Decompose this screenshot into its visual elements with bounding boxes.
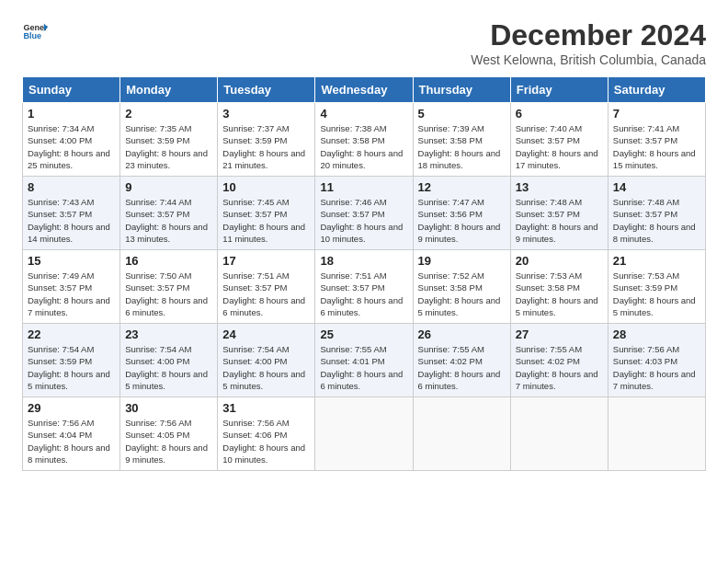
day-info: Sunrise: 7:48 AM Sunset: 3:57 PM Dayligh…	[516, 196, 603, 245]
header-day-thursday: Thursday	[413, 77, 510, 103]
day-number: 23	[125, 327, 212, 341]
calendar-header: SundayMondayTuesdayWednesdayThursdayFrid…	[23, 77, 706, 103]
day-info: Sunrise: 7:55 AM Sunset: 4:01 PM Dayligh…	[320, 343, 407, 392]
calendar-cell: 29 Sunrise: 7:56 AM Sunset: 4:04 PM Dayl…	[23, 397, 120, 471]
calendar-cell: 10 Sunrise: 7:45 AM Sunset: 3:57 PM Dayl…	[218, 177, 315, 250]
day-info: Sunrise: 7:51 AM Sunset: 3:57 PM Dayligh…	[222, 270, 310, 318]
day-number: 4	[320, 107, 407, 121]
day-number: 13	[516, 180, 603, 194]
calendar-cell: 24 Sunrise: 7:54 AM Sunset: 4:00 PM Dayl…	[218, 324, 315, 397]
day-info: Sunrise: 7:53 AM Sunset: 3:59 PM Dayligh…	[613, 270, 700, 318]
day-info: Sunrise: 7:50 AM Sunset: 3:57 PM Dayligh…	[125, 270, 212, 318]
calendar-cell: 25 Sunrise: 7:55 AM Sunset: 4:01 PM Dayl…	[315, 324, 413, 397]
day-info: Sunrise: 7:54 AM Sunset: 4:00 PM Dayligh…	[222, 343, 310, 392]
calendar-cell: 19 Sunrise: 7:52 AM Sunset: 3:58 PM Dayl…	[413, 250, 510, 324]
week-row-3: 15 Sunrise: 7:49 AM Sunset: 3:57 PM Dayl…	[23, 250, 706, 324]
day-number: 11	[320, 180, 407, 194]
calendar-cell: 27 Sunrise: 7:55 AM Sunset: 4:02 PM Dayl…	[510, 324, 608, 397]
day-number: 30	[125, 401, 212, 415]
calendar-cell	[608, 397, 705, 471]
calendar-cell	[413, 397, 510, 471]
calendar-cell: 12 Sunrise: 7:47 AM Sunset: 3:56 PM Dayl…	[413, 177, 510, 250]
logo-icon: General Blue	[22, 18, 48, 44]
day-info: Sunrise: 7:56 AM Sunset: 4:03 PM Dayligh…	[613, 343, 700, 392]
day-info: Sunrise: 7:44 AM Sunset: 3:57 PM Dayligh…	[125, 196, 212, 245]
calendar-body: 1 Sunrise: 7:34 AM Sunset: 4:00 PM Dayli…	[23, 103, 706, 471]
day-number: 12	[418, 180, 506, 194]
day-info: Sunrise: 7:41 AM Sunset: 3:57 PM Dayligh…	[613, 122, 700, 171]
day-number: 26	[418, 327, 506, 341]
day-info: Sunrise: 7:49 AM Sunset: 3:57 PM Dayligh…	[28, 270, 115, 318]
day-number: 6	[516, 107, 603, 121]
day-info: Sunrise: 7:46 AM Sunset: 3:57 PM Dayligh…	[320, 196, 407, 245]
day-info: Sunrise: 7:38 AM Sunset: 3:58 PM Dayligh…	[320, 122, 407, 171]
day-info: Sunrise: 7:54 AM Sunset: 4:00 PM Dayligh…	[125, 343, 212, 392]
day-number: 19	[418, 254, 506, 268]
day-info: Sunrise: 7:56 AM Sunset: 4:04 PM Dayligh…	[28, 417, 115, 465]
header-day-saturday: Saturday	[608, 77, 705, 103]
header-day-wednesday: Wednesday	[315, 77, 413, 103]
day-info: Sunrise: 7:37 AM Sunset: 3:59 PM Dayligh…	[222, 122, 310, 171]
calendar-cell: 11 Sunrise: 7:46 AM Sunset: 3:57 PM Dayl…	[315, 177, 413, 250]
month-title: December 2024	[471, 18, 706, 52]
week-row-4: 22 Sunrise: 7:54 AM Sunset: 3:59 PM Dayl…	[23, 324, 706, 397]
day-number: 2	[125, 107, 212, 121]
day-number: 14	[613, 180, 700, 194]
calendar-cell: 18 Sunrise: 7:51 AM Sunset: 3:57 PM Dayl…	[315, 250, 413, 324]
day-number: 16	[125, 254, 212, 268]
day-number: 3	[222, 107, 310, 121]
day-number: 25	[320, 327, 407, 341]
day-number: 31	[222, 401, 310, 415]
calendar-cell: 1 Sunrise: 7:34 AM Sunset: 4:00 PM Dayli…	[23, 103, 120, 177]
day-info: Sunrise: 7:35 AM Sunset: 3:59 PM Dayligh…	[125, 122, 212, 171]
week-row-1: 1 Sunrise: 7:34 AM Sunset: 4:00 PM Dayli…	[23, 103, 706, 177]
day-info: Sunrise: 7:56 AM Sunset: 4:05 PM Dayligh…	[125, 417, 212, 465]
day-info: Sunrise: 7:52 AM Sunset: 3:58 PM Dayligh…	[418, 270, 506, 318]
day-number: 21	[613, 254, 700, 268]
title-area: December 2024 West Kelowna, British Colu…	[471, 18, 706, 67]
week-row-5: 29 Sunrise: 7:56 AM Sunset: 4:04 PM Dayl…	[23, 397, 706, 471]
header-day-tuesday: Tuesday	[218, 77, 315, 103]
calendar-cell: 28 Sunrise: 7:56 AM Sunset: 4:03 PM Dayl…	[608, 324, 705, 397]
day-number: 18	[320, 254, 407, 268]
calendar-cell: 21 Sunrise: 7:53 AM Sunset: 3:59 PM Dayl…	[608, 250, 705, 324]
day-number: 7	[613, 107, 700, 121]
day-number: 17	[222, 254, 310, 268]
calendar-cell: 2 Sunrise: 7:35 AM Sunset: 3:59 PM Dayli…	[120, 103, 218, 177]
location-title: West Kelowna, British Columbia, Canada	[471, 52, 706, 67]
day-info: Sunrise: 7:53 AM Sunset: 3:58 PM Dayligh…	[516, 270, 603, 318]
calendar-cell	[315, 397, 413, 471]
calendar-cell	[510, 397, 608, 471]
day-number: 8	[28, 180, 115, 194]
day-number: 22	[28, 327, 115, 341]
day-number: 29	[28, 401, 115, 415]
day-info: Sunrise: 7:39 AM Sunset: 3:58 PM Dayligh…	[418, 122, 506, 171]
page-header: General Blue December 2024 West Kelowna,…	[22, 18, 706, 67]
day-info: Sunrise: 7:47 AM Sunset: 3:56 PM Dayligh…	[418, 196, 506, 245]
day-info: Sunrise: 7:51 AM Sunset: 3:57 PM Dayligh…	[320, 270, 407, 318]
calendar-cell: 4 Sunrise: 7:38 AM Sunset: 3:58 PM Dayli…	[315, 103, 413, 177]
calendar-cell: 15 Sunrise: 7:49 AM Sunset: 3:57 PM Dayl…	[23, 250, 120, 324]
day-info: Sunrise: 7:55 AM Sunset: 4:02 PM Dayligh…	[418, 343, 506, 392]
calendar-cell: 13 Sunrise: 7:48 AM Sunset: 3:57 PM Dayl…	[510, 177, 608, 250]
day-info: Sunrise: 7:40 AM Sunset: 3:57 PM Dayligh…	[516, 122, 603, 171]
calendar-cell: 30 Sunrise: 7:56 AM Sunset: 4:05 PM Dayl…	[120, 397, 218, 471]
calendar-cell: 6 Sunrise: 7:40 AM Sunset: 3:57 PM Dayli…	[510, 103, 608, 177]
day-number: 1	[28, 107, 115, 121]
calendar-cell: 7 Sunrise: 7:41 AM Sunset: 3:57 PM Dayli…	[608, 103, 705, 177]
header-day-monday: Monday	[120, 77, 218, 103]
day-info: Sunrise: 7:56 AM Sunset: 4:06 PM Dayligh…	[222, 417, 310, 465]
calendar-cell: 14 Sunrise: 7:48 AM Sunset: 3:57 PM Dayl…	[608, 177, 705, 250]
calendar-cell: 16 Sunrise: 7:50 AM Sunset: 3:57 PM Dayl…	[120, 250, 218, 324]
calendar-cell: 5 Sunrise: 7:39 AM Sunset: 3:58 PM Dayli…	[413, 103, 510, 177]
calendar-cell: 8 Sunrise: 7:43 AM Sunset: 3:57 PM Dayli…	[23, 177, 120, 250]
calendar-table: SundayMondayTuesdayWednesdayThursdayFrid…	[22, 76, 706, 471]
day-number: 15	[28, 254, 115, 268]
day-info: Sunrise: 7:54 AM Sunset: 3:59 PM Dayligh…	[28, 343, 115, 392]
day-number: 28	[613, 327, 700, 341]
calendar-cell: 9 Sunrise: 7:44 AM Sunset: 3:57 PM Dayli…	[120, 177, 218, 250]
calendar-cell: 3 Sunrise: 7:37 AM Sunset: 3:59 PM Dayli…	[218, 103, 315, 177]
day-info: Sunrise: 7:34 AM Sunset: 4:00 PM Dayligh…	[28, 122, 115, 171]
header-row: SundayMondayTuesdayWednesdayThursdayFrid…	[23, 77, 706, 103]
calendar-cell: 23 Sunrise: 7:54 AM Sunset: 4:00 PM Dayl…	[120, 324, 218, 397]
